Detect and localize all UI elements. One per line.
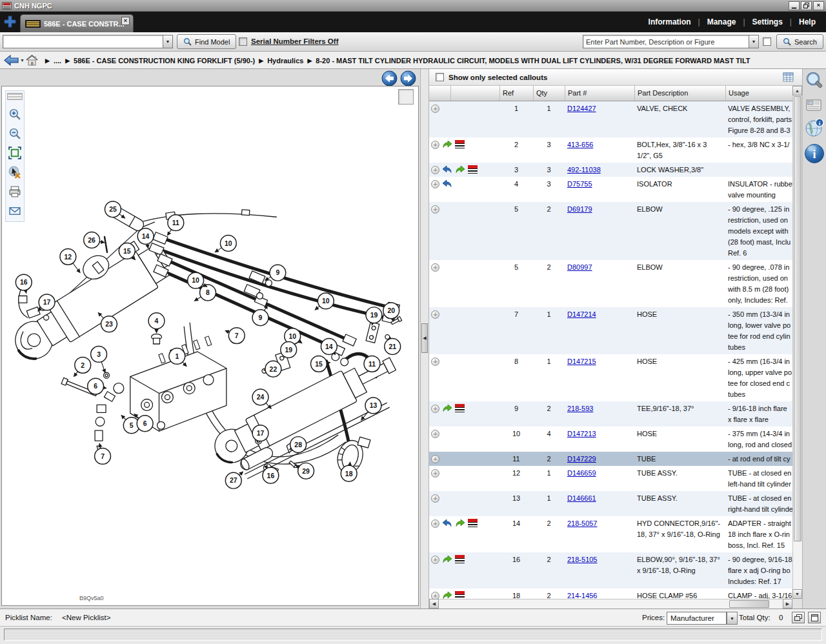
prices-select[interactable]: Manufacturer ▼ [667,612,738,625]
expand-row-icon[interactable]: + [431,166,439,174]
zoom-in-icon[interactable] [8,108,21,121]
home-button[interactable] [26,55,38,66]
breadcrumb-item[interactable]: .... [54,57,61,65]
stripes-icon[interactable] [468,165,478,174]
expand-row-icon[interactable]: + [431,455,439,463]
select-tool-off-icon[interactable] [8,166,21,179]
stripes-icon[interactable] [455,591,465,599]
part-row-492-11038[interactable]: +33492-11038LOCK WASHER,3/8" [429,163,792,177]
expand-row-icon[interactable]: + [431,430,439,438]
splitter-collapse-handle[interactable]: ◀ [421,323,428,353]
part-row-D146659[interactable]: +121D146659TUBE ASSY.TUBE - at closed en… [429,466,792,491]
part-number-link[interactable]: D69179 [567,205,592,213]
expand-row-icon[interactable]: + [431,105,439,113]
expand-row-icon[interactable]: + [431,592,439,599]
breadcrumb-item[interactable]: 8-20 - MAST TILT CYLINDER HYDRAULIC CIRC… [316,57,750,65]
part-row-218-5105[interactable]: +162218-5105ELBOW,90°, 9/16"-18, 37°x 9/… [429,552,792,589]
stripes-icon[interactable] [455,555,465,563]
part-number-link[interactable]: D147229 [567,455,596,463]
forward-icon[interactable] [442,591,452,599]
news-icon[interactable] [805,97,824,113]
forward-icon[interactable] [442,140,452,149]
part-number-link[interactable]: 218-5057 [567,519,598,527]
scroll-left-icon[interactable]: ◀ [429,599,439,609]
part-row-D147214[interactable]: +71D147214HOSE- 350 mm (13-3/4 inlong, l… [429,307,792,354]
column-description[interactable]: Part Description [634,86,725,101]
information-icon[interactable]: i [803,143,825,165]
restore-button[interactable] [801,1,812,10]
minimize-button[interactable]: ▁ [789,1,800,10]
forward-icon[interactable] [455,165,465,174]
expand-row-icon[interactable]: + [431,205,439,214]
zoom-search-icon[interactable] [805,71,824,93]
serial-filters-link[interactable]: Serial Number Filters Off [251,37,338,45]
expand-row-icon[interactable]: + [431,469,439,478]
part-number-link[interactable]: D146659 [567,469,596,477]
expand-row-icon[interactable]: + [431,263,439,272]
find-model-button[interactable]: Find Model [177,34,236,49]
menu-settings[interactable]: Settings [752,17,783,26]
part-search-input[interactable] [583,35,749,48]
part-row-214-1456[interactable]: +182214-1456HOSE CLAMP #56CLAMP - adj, 3… [429,589,792,599]
reply-icon[interactable] [442,179,452,188]
back-button[interactable] [4,55,19,66]
expand-row-icon[interactable]: + [431,556,439,564]
forward-icon[interactable] [442,555,452,564]
part-number-link[interactable]: D146661 [567,494,596,502]
picklist-drop-area[interactable] [4,629,822,641]
stripes-icon[interactable] [468,519,478,527]
horizontal-scrollbar[interactable]: ◀ ▶ [429,599,792,609]
email-icon[interactable] [8,205,21,217]
serial-filters-checkbox[interactable] [239,37,247,46]
diagram-panel[interactable]: 2526111415121016179810234971010192021191… [1,86,419,606]
model-dropdown-button[interactable]: ▼ [163,35,173,48]
vertical-scroll-thumb[interactable] [794,96,801,541]
part-number-link[interactable]: 218-593 [567,405,593,412]
next-figure-button[interactable] [400,70,416,86]
reply-icon[interactable] [442,165,452,174]
part-row-218-5057[interactable]: +142218-5057HYD CONNECTOR,9/16"-18, 37° … [429,516,792,552]
show-selected-callouts-checkbox[interactable] [436,73,444,81]
cascade-windows-button[interactable] [792,612,805,623]
part-row-D147213[interactable]: +104D147213HOSE- 375 mm (14-3/4 inlong, … [429,427,792,452]
part-number-link[interactable]: 214-1456 [567,592,598,599]
stripes-icon[interactable] [455,140,465,148]
part-number-link[interactable]: D75755 [567,180,592,188]
part-number-link[interactable]: D147213 [567,430,596,438]
breadcrumb-item[interactable]: 586E - CASE CONSTRUCTION KING FORKLIFT (… [74,57,255,65]
tab-586e[interactable]: 586E - CASE CONSTR... × [20,14,134,32]
column-usage[interactable]: Usage [725,86,792,101]
part-row-D147215[interactable]: +81D147215HOSE- 425 mm (16-3/4 inlong, u… [429,354,792,401]
scroll-right-icon[interactable]: ▶ [783,599,792,609]
forward-icon[interactable] [455,519,465,528]
reply-icon[interactable] [442,519,452,528]
expand-row-icon[interactable]: + [431,357,439,366]
menu-information[interactable]: Information [649,17,691,26]
part-number-link[interactable]: 218-5105 [567,556,598,563]
close-button[interactable]: × [813,1,824,10]
tab-close-icon[interactable]: × [121,17,130,25]
column-ref[interactable]: Ref [499,86,533,101]
part-row-413-656[interactable]: +23413-656BOLT,Hex, 3/8"-16 x 31/2", G5-… [429,137,792,163]
breadcrumb-item[interactable]: Hydraulics [267,57,303,65]
new-tab-button[interactable] [3,15,17,29]
menu-help[interactable]: Help [799,17,816,26]
column-qty[interactable]: Qty [533,86,565,101]
expand-row-icon[interactable]: + [431,180,439,188]
table-view-icon[interactable] [783,72,794,82]
forward-icon[interactable] [442,404,452,413]
part-row-218-593[interactable]: +92218-593TEE,9/16"-18, 37°- 9/16-18 inc… [429,401,792,427]
part-number-link[interactable]: D147214 [567,310,596,318]
column-part[interactable]: Part # [565,86,634,101]
part-search-dropdown-button[interactable]: ▼ [749,35,759,48]
part-number-link[interactable]: 492-11038 [567,166,601,174]
part-row-D80997[interactable]: +52D80997ELBOW- 90 degree, .078 inrestri… [429,260,792,307]
prices-dropdown-icon[interactable]: ▼ [727,612,738,625]
model-search-input[interactable] [3,35,163,48]
part-row-D146661[interactable]: +131D146661TUBE ASSY.TUBE - at closed en… [429,491,792,516]
part-row-D147229[interactable]: +112D147229TUBE- at rod end of tilt cy [429,452,792,466]
part-number-link[interactable]: D147215 [567,357,596,365]
part-row-D75755[interactable]: +43D75755ISOLATORINSULATOR - rubbevalve … [429,177,792,202]
part-number-link[interactable]: D80997 [567,263,592,271]
search-button[interactable]: Search [776,34,823,49]
